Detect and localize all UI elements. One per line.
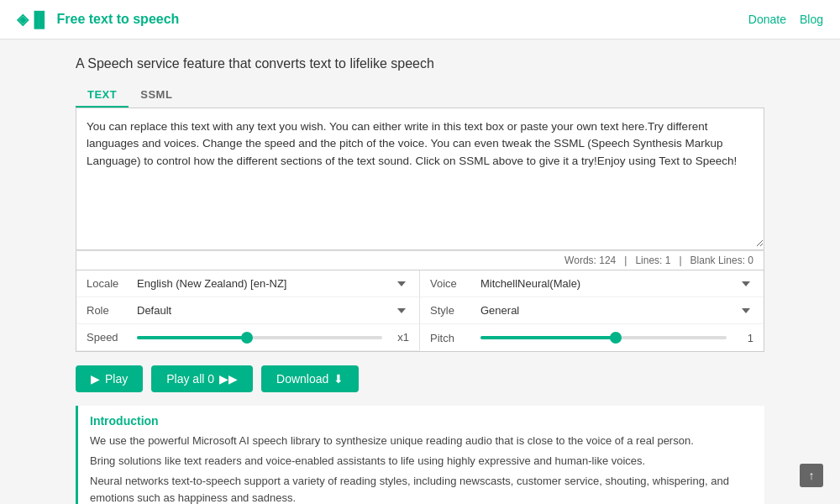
- introduction-title: Introduction: [90, 414, 753, 428]
- speed-track[interactable]: [137, 336, 382, 339]
- download-label: Download: [276, 372, 328, 386]
- intro-line-1: We use the powerful Microsoft AI speech …: [90, 433, 753, 450]
- tab-text[interactable]: TEXT: [76, 83, 129, 108]
- introduction-section: Introduction We use the powerful Microso…: [76, 406, 764, 504]
- role-label: Role: [87, 304, 137, 317]
- lines-label: Lines:: [635, 255, 662, 266]
- download-icon: ⬇: [333, 372, 344, 386]
- play-all-icon: ▶▶: [219, 372, 238, 386]
- text-input[interactable]: [76, 108, 764, 247]
- words-value: 124: [599, 255, 616, 266]
- pitch-value: 1: [733, 332, 753, 344]
- tab-ssml[interactable]: SSML: [129, 83, 184, 108]
- top-bar: ◈▐▌ Free text to speech Donate Blog: [0, 0, 840, 39]
- locale-label: Locale: [87, 277, 137, 290]
- role-select[interactable]: Default: [137, 304, 409, 317]
- introduction-text: We use the powerful Microsoft AI speech …: [90, 433, 753, 504]
- speed-slider-container: x1: [137, 331, 409, 344]
- pitch-slider-container: 1: [480, 332, 753, 344]
- speed-fill: [137, 336, 247, 339]
- top-links: Donate Blog: [748, 13, 823, 26]
- action-buttons: ▶ Play Play all 0 ▶▶ Download ⬇: [76, 365, 764, 392]
- sound-wave-icon: ◈▐▌: [17, 10, 50, 29]
- intro-line-2: Bring solutions like text readers and vo…: [90, 453, 753, 470]
- speed-value: x1: [389, 331, 409, 344]
- speed-row: Speed x1: [76, 324, 420, 351]
- logo: ◈▐▌ Free text to speech: [17, 10, 179, 29]
- style-row: Style General Newscast CustomerService: [420, 297, 764, 324]
- voice-label: Voice: [430, 277, 480, 290]
- download-button[interactable]: Download ⬇: [261, 365, 359, 392]
- page-title: A Speech service feature that converts t…: [76, 56, 764, 71]
- speed-thumb[interactable]: [241, 332, 253, 344]
- role-row: Role Default: [76, 297, 420, 324]
- tabs: TEXT SSML: [76, 83, 764, 108]
- words-label: Words:: [564, 255, 596, 266]
- pitch-fill: [480, 336, 616, 339]
- voice-select[interactable]: MitchellNeural(Male) AriaNeural(Female) …: [480, 277, 753, 290]
- speed-label: Speed: [87, 331, 137, 344]
- style-label: Style: [430, 304, 480, 317]
- play-all-button[interactable]: Play all 0 ▶▶: [151, 365, 253, 392]
- text-stats: Words: 124 | Lines: 1 | Blank Lines: 0: [76, 250, 764, 270]
- pitch-label: Pitch: [430, 332, 480, 344]
- pitch-row: Pitch 1: [420, 324, 764, 351]
- play-icon: ▶: [91, 372, 100, 386]
- locale-select[interactable]: English (New Zealand) [en-NZ] English (U…: [137, 277, 409, 290]
- locale-row: Locale English (New Zealand) [en-NZ] Eng…: [76, 270, 420, 297]
- blank-lines-value: 0: [748, 255, 753, 266]
- play-label: Play: [105, 372, 128, 386]
- intro-line-3: Neural networks text-to-speech support a…: [90, 473, 753, 504]
- pitch-track[interactable]: [480, 336, 727, 339]
- style-select[interactable]: General Newscast CustomerService: [480, 304, 753, 317]
- text-area-container: [76, 108, 764, 250]
- lines-value: 1: [665, 255, 671, 266]
- controls-grid: Locale English (New Zealand) [en-NZ] Eng…: [76, 270, 764, 352]
- logo-text: Free text to speech: [57, 12, 180, 27]
- main-content: A Speech service feature that converts t…: [59, 39, 781, 504]
- donate-link[interactable]: Donate: [748, 13, 786, 26]
- blog-link[interactable]: Blog: [800, 13, 823, 26]
- blank-lines-label: Blank Lines:: [690, 255, 745, 266]
- play-button[interactable]: ▶ Play: [76, 365, 143, 392]
- scroll-up-button[interactable]: ↑: [800, 464, 823, 487]
- voice-row: Voice MitchellNeural(Male) AriaNeural(Fe…: [420, 270, 764, 297]
- pitch-thumb[interactable]: [610, 332, 622, 344]
- play-all-label: Play all 0: [166, 372, 214, 386]
